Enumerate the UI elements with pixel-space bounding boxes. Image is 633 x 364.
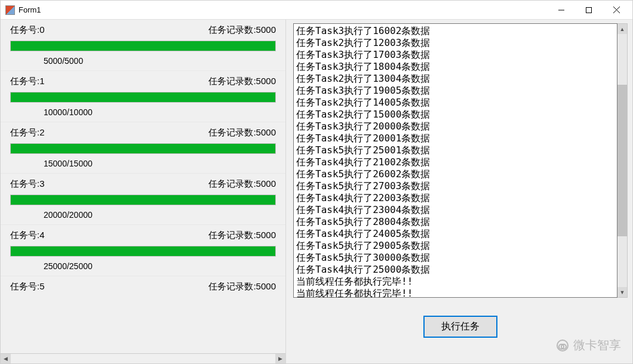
scroll-right-arrow-icon[interactable]: ▶ xyxy=(275,354,285,364)
window-controls xyxy=(548,1,630,19)
horizontal-scrollbar[interactable]: ◀ ▶ xyxy=(1,353,285,363)
task-header: 任务号:2任务记录数:5000 xyxy=(10,127,276,138)
log-line: 任务Task2执行了14005条数据 xyxy=(296,97,614,109)
progress-bar xyxy=(10,92,276,103)
svg-rect-1 xyxy=(586,7,592,13)
log-line: 当前线程任务都执行完毕!! xyxy=(296,276,614,288)
task-header: 任务号:3任务记录数:5000 xyxy=(10,178,276,190)
window-title: Form1 xyxy=(19,5,41,14)
task-item: 任务号:4任务记录数:500025000/25000 xyxy=(1,224,285,276)
log-line: 任务Task5执行了29005条数据 xyxy=(296,240,614,252)
log-line: 任务Task4执行了23004条数据 xyxy=(296,204,614,216)
log-line: 当前线程任务都执行完毕!! xyxy=(296,288,614,298)
scroll-up-arrow-icon[interactable]: ▲ xyxy=(617,24,627,34)
scroll-down-arrow-icon[interactable]: ▼ xyxy=(617,287,627,297)
task-header: 任务号:5任务记录数:5000 xyxy=(10,281,276,292)
log-textarea[interactable]: 任务Task3执行了16002条数据任务Task2执行了12003条数据任务Ta… xyxy=(293,23,617,298)
maximize-button[interactable] xyxy=(575,1,603,19)
task-item: 任务号:0任务记录数:50005000/5000 xyxy=(1,20,285,70)
task-item: 任务号:3任务记录数:500020000/20000 xyxy=(1,173,285,224)
progress-text: 25000/25000 xyxy=(44,261,276,271)
log-line: 任务Task5执行了30000条数据 xyxy=(296,252,614,264)
log-line: 任务Task3执行了19005条数据 xyxy=(296,85,614,97)
log-line: 任务Task3执行了18004条数据 xyxy=(296,61,614,73)
log-line: 任务Task5执行了25001条数据 xyxy=(296,144,614,156)
log-line: 任务Task2执行了15000条数据 xyxy=(296,109,614,121)
progress-text: 10000/10000 xyxy=(44,107,276,117)
log-line: 任务Task4执行了24005条数据 xyxy=(296,228,614,240)
left-panel: 任务号:0任务记录数:50005000/5000任务号:1任务记录数:50001… xyxy=(1,20,286,363)
task-item: 任务号:2任务记录数:500015000/15000 xyxy=(1,122,285,173)
task-header: 任务号:4任务记录数:5000 xyxy=(10,230,276,241)
progress-text: 20000/20000 xyxy=(44,210,276,220)
task-record-count-label: 任务记录数:5000 xyxy=(208,281,276,292)
log-line: 任务Task5执行了26002条数据 xyxy=(296,168,614,180)
task-id-label: 任务号:2 xyxy=(10,127,45,138)
log-line: 任务Task2执行了13004条数据 xyxy=(296,73,614,85)
task-item: 任务号:1任务记录数:500010000/10000 xyxy=(1,70,285,122)
log-line: 任务Task3执行了17003条数据 xyxy=(296,49,614,61)
log-line: 任务Task4执行了22003条数据 xyxy=(296,192,614,204)
log-line: 任务Task4执行了20001条数据 xyxy=(296,132,614,144)
execute-button[interactable]: 执行任务 xyxy=(423,316,497,338)
task-id-label: 任务号:3 xyxy=(10,178,45,190)
task-id-label: 任务号:0 xyxy=(10,24,45,36)
task-header: 任务号:1任务记录数:5000 xyxy=(10,76,276,87)
progress-fill xyxy=(11,246,275,256)
task-list[interactable]: 任务号:0任务记录数:50005000/5000任务号:1任务记录数:50001… xyxy=(1,20,285,353)
progress-fill xyxy=(11,92,275,102)
scroll-thumb[interactable] xyxy=(617,85,627,236)
task-record-count-label: 任务记录数:5000 xyxy=(208,24,276,36)
task-item: 任务号:5任务记录数:5000 xyxy=(1,276,285,298)
progress-bar xyxy=(10,41,276,51)
progress-bar xyxy=(10,143,276,154)
log-line: 任务Task4执行了25000条数据 xyxy=(296,264,614,276)
task-record-count-label: 任务记录数:5000 xyxy=(208,230,276,241)
log-box-wrap: 任务Task3执行了16002条数据任务Task2执行了12003条数据任务Ta… xyxy=(293,23,628,298)
log-line: 任务Task3执行了16002条数据 xyxy=(296,25,614,37)
log-line: 任务Task3执行了20000条数据 xyxy=(296,121,614,132)
task-record-count-label: 任务记录数:5000 xyxy=(208,127,276,138)
app-icon xyxy=(5,5,15,15)
log-line: 任务Task5执行了27003条数据 xyxy=(296,180,614,192)
close-button[interactable] xyxy=(603,1,630,19)
progress-fill xyxy=(11,144,275,153)
progress-fill xyxy=(11,41,275,51)
task-id-label: 任务号:1 xyxy=(10,76,45,87)
right-panel: 任务Task3执行了16002条数据任务Task2执行了12003条数据任务Ta… xyxy=(286,20,632,363)
log-line: 任务Task4执行了21002条数据 xyxy=(296,156,614,168)
title-bar[interactable]: Form1 xyxy=(1,1,632,20)
progress-text: 5000/5000 xyxy=(44,56,276,66)
vertical-scrollbar[interactable]: ▲ ▼ xyxy=(617,23,628,298)
task-header: 任务号:0任务记录数:5000 xyxy=(10,24,276,36)
task-record-count-label: 任务记录数:5000 xyxy=(208,178,276,190)
progress-fill xyxy=(11,195,275,205)
client-area: 任务号:0任务记录数:50005000/5000任务号:1任务记录数:50001… xyxy=(1,20,632,363)
scroll-track[interactable] xyxy=(617,34,627,287)
log-line: 任务Task2执行了12003条数据 xyxy=(296,37,614,49)
progress-bar xyxy=(10,195,276,205)
task-id-label: 任务号:4 xyxy=(10,230,45,241)
button-row: 执行任务 xyxy=(293,316,628,338)
scroll-left-arrow-icon[interactable]: ◀ xyxy=(1,354,11,364)
task-id-label: 任务号:5 xyxy=(10,281,45,292)
task-record-count-label: 任务记录数:5000 xyxy=(208,76,276,87)
progress-bar xyxy=(10,246,276,257)
progress-text: 15000/15000 xyxy=(44,159,276,168)
log-line: 任务Task5执行了28004条数据 xyxy=(296,216,614,228)
minimize-button[interactable] xyxy=(548,1,575,19)
app-window: Form1 任务号:0任务记录数:50005000/5000任务号:1任务记录数… xyxy=(0,0,633,364)
